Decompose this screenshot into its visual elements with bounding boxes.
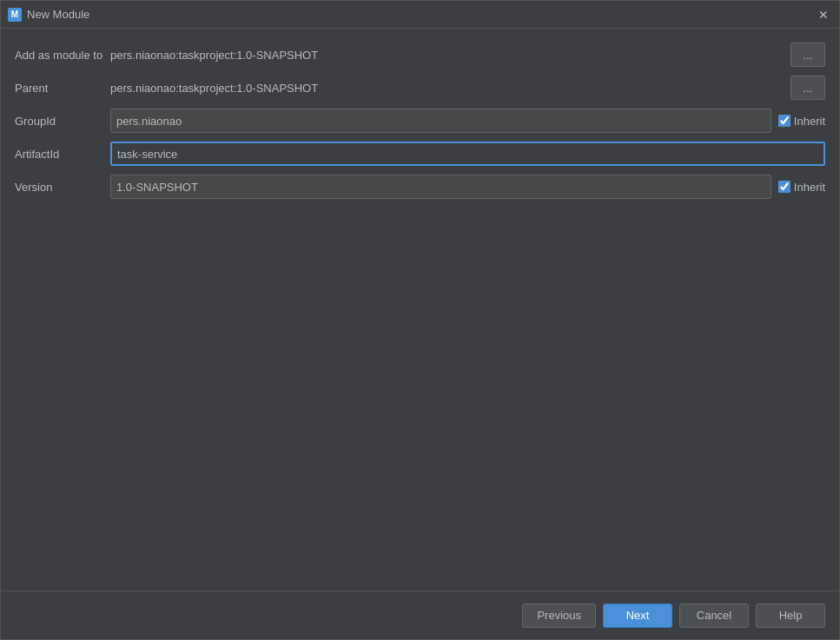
version-inherit-checkbox[interactable] (778, 181, 790, 193)
parent-value: pers.niaonao:taskproject:1.0-SNAPSHOT (110, 82, 318, 95)
form-content: Add as module to pers.niaonao:taskprojec… (1, 29, 839, 591)
previous-button[interactable]: Previous (522, 604, 596, 628)
close-button[interactable]: ✕ (815, 6, 832, 23)
window-title: New Module (27, 8, 815, 21)
title-bar: M New Module ✕ (1, 1, 839, 29)
add-as-module-label: Add as module to (15, 49, 110, 62)
version-row: Version Inherit (15, 175, 825, 199)
add-as-module-row: Add as module to pers.niaonao:taskprojec… (15, 43, 825, 67)
footer: Previous Next Cancel Help (1, 591, 839, 639)
group-id-inherit-label: Inherit (794, 115, 825, 128)
group-id-row: GroupId Inherit (15, 109, 825, 133)
version-inherit-label: Inherit (794, 181, 825, 194)
version-inherit: Inherit (778, 181, 825, 194)
artifact-id-label: ArtifactId (15, 148, 110, 161)
version-label: Version (15, 181, 110, 194)
parent-label: Parent (15, 82, 110, 95)
group-id-inherit: Inherit (778, 115, 825, 128)
add-as-module-value-row: pers.niaonao:taskproject:1.0-SNAPSHOT ..… (110, 43, 825, 67)
group-id-inherit-checkbox[interactable] (778, 115, 790, 127)
parent-row: Parent pers.niaonao:taskproject:1.0-SNAP… (15, 76, 825, 100)
parent-browse-button[interactable]: ... (790, 76, 825, 100)
next-button[interactable]: Next (603, 604, 672, 628)
new-module-dialog: M New Module ✕ Add as module to pers.nia… (0, 0, 840, 640)
version-input[interactable] (110, 175, 771, 199)
group-id-input[interactable] (110, 109, 771, 133)
group-id-label: GroupId (15, 115, 110, 128)
help-button[interactable]: Help (756, 604, 825, 628)
window-icon: M (8, 8, 22, 22)
artifact-id-row: ArtifactId (15, 142, 825, 166)
artifact-id-input[interactable] (110, 142, 825, 166)
parent-value-row: pers.niaonao:taskproject:1.0-SNAPSHOT ..… (110, 76, 825, 100)
cancel-button[interactable]: Cancel (679, 604, 749, 628)
add-as-module-browse-button[interactable]: ... (790, 43, 825, 67)
add-as-module-value: pers.niaonao:taskproject:1.0-SNAPSHOT (110, 49, 318, 62)
